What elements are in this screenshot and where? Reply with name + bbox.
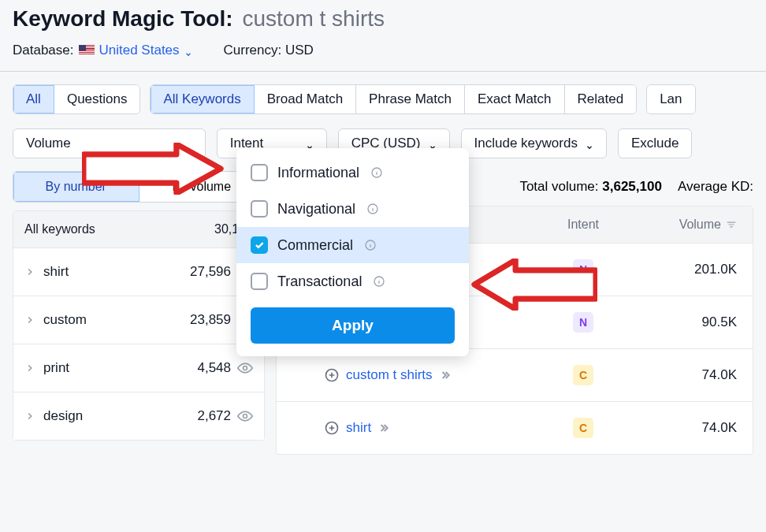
add-circle-icon[interactable] <box>324 367 340 383</box>
volume-cell: 74.0K <box>642 420 753 436</box>
checkbox-icon <box>251 200 268 218</box>
volume-cell: 201.0K <box>642 262 753 277</box>
chevron-down-icon <box>429 140 437 147</box>
filter-volume[interactable]: Volume <box>13 128 206 158</box>
intent-badge-commercial: C <box>573 365 593 385</box>
database-label: Database: <box>13 43 74 58</box>
sort-tabs: By number By volume <box>13 171 265 203</box>
tab-questions[interactable]: Questions <box>54 85 140 113</box>
database-country[interactable]: United States <box>99 43 192 58</box>
tab-broad-match[interactable]: Broad Match <box>255 85 356 113</box>
match-tabs: All Keywords Broad Match Phrase Match Ex… <box>150 84 637 114</box>
intent-option-navigational[interactable]: Navigational <box>236 191 469 227</box>
us-flag-icon <box>79 45 95 56</box>
info-icon[interactable] <box>364 239 377 251</box>
sidebar-header-label: All keywords <box>24 222 95 236</box>
intent-dropdown: Informational Navigational Commercial Tr… <box>236 148 469 356</box>
sidebar-item-custom[interactable]: custom 23,859 <box>13 296 264 344</box>
page-title-keyword: custom t shirts <box>243 6 385 32</box>
chevrons-right-icon <box>377 422 390 434</box>
total-volume-label: Total volume: <box>519 179 598 194</box>
svg-point-3 <box>244 415 247 419</box>
volume-cell: 90.5K <box>642 314 753 330</box>
tab-all[interactable]: All <box>13 85 54 113</box>
scope-tabs: All Questions <box>13 84 140 114</box>
sort-by-number[interactable]: By number <box>13 172 139 202</box>
add-circle-icon[interactable] <box>324 420 340 436</box>
tab-phrase-match[interactable]: Phrase Match <box>356 85 465 113</box>
checkbox-icon <box>251 164 268 181</box>
chevron-right-icon <box>24 411 35 422</box>
info-icon[interactable] <box>370 166 383 179</box>
tab-languages[interactable]: Lan <box>647 85 694 113</box>
apply-button[interactable]: Apply <box>251 307 455 344</box>
intent-option-commercial[interactable]: Commercial <box>236 227 469 263</box>
filter-include-keywords[interactable]: Include keywords <box>461 128 607 158</box>
keyword-link[interactable]: shirt <box>346 420 371 436</box>
tab-related[interactable]: Related <box>565 85 637 113</box>
total-volume-value: 3,625,100 <box>602 179 662 194</box>
svg-point-2 <box>244 366 247 370</box>
tab-all-keywords[interactable]: All Keywords <box>151 85 254 113</box>
languages-tab-group: Lan <box>646 84 695 114</box>
chevron-down-icon <box>306 140 314 147</box>
checkbox-checked-icon <box>251 236 268 254</box>
filter-exclude-keywords[interactable]: Exclude <box>618 128 692 158</box>
intent-badge-navigational: N <box>573 259 593 280</box>
table-row[interactable]: shirt C 74.0K <box>277 401 753 454</box>
intent-badge-commercial: C <box>573 418 593 438</box>
avg-kd-label: Average KD: <box>678 179 753 195</box>
intent-option-informational[interactable]: Informational <box>236 154 469 191</box>
info-icon[interactable] <box>373 275 385 288</box>
sidebar-item-shirt[interactable]: shirt 27,596 <box>13 247 264 296</box>
chevron-down-icon <box>184 47 192 54</box>
eye-icon <box>237 360 253 376</box>
sidebar-item-print[interactable]: print 4,548 <box>13 344 264 392</box>
table-row[interactable]: custom t shirts C 74.0K <box>277 348 753 401</box>
chevron-right-icon <box>24 266 35 277</box>
chevrons-right-icon <box>439 369 452 381</box>
info-icon[interactable] <box>366 203 379 215</box>
volume-cell: 74.0K <box>642 367 753 383</box>
chevron-down-icon <box>586 140 593 147</box>
chevron-right-icon <box>24 314 35 326</box>
intent-badge-navigational: N <box>573 312 593 333</box>
sort-desc-icon <box>726 219 737 230</box>
column-intent[interactable]: Intent <box>524 218 642 232</box>
keyword-link[interactable]: custom t shirts <box>346 367 433 383</box>
eye-icon <box>237 408 253 424</box>
sidebar-item-design[interactable]: design 2,672 <box>13 392 264 440</box>
page-title: Keyword Magic Tool: <box>13 6 233 32</box>
currency-label: Currency: USD <box>224 43 314 58</box>
column-volume[interactable]: Volume <box>642 218 753 232</box>
checkbox-icon <box>251 273 268 290</box>
chevron-right-icon <box>24 363 35 374</box>
intent-option-transactional[interactable]: Transactional <box>236 263 469 299</box>
tab-exact-match[interactable]: Exact Match <box>465 85 565 113</box>
